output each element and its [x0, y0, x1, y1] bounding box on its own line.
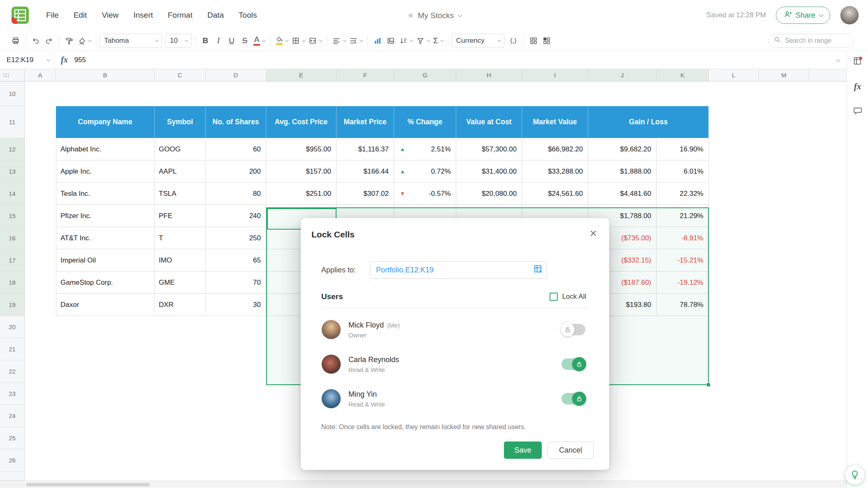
horizontal-align-button[interactable] [330, 33, 347, 48]
freeze-button[interactable] [540, 33, 553, 48]
table-header-cell[interactable]: % Change [394, 106, 456, 138]
empty-cell[interactable] [25, 183, 56, 205]
lock-toggle[interactable] [562, 358, 585, 370]
cell-symbol[interactable]: AAPL [155, 160, 206, 183]
cell-shares[interactable]: 60 [206, 138, 266, 160]
borders-button[interactable] [290, 33, 306, 48]
paint-format-button[interactable] [63, 33, 76, 48]
table-header-cell[interactable]: Symbol [155, 106, 206, 138]
formula-builder-icon[interactable]: fx [854, 81, 861, 92]
row-header-20[interactable]: 20 [0, 316, 25, 338]
cell-symbol[interactable]: PFE [155, 205, 206, 227]
zia-assistant-button[interactable] [845, 465, 865, 485]
column-header-B[interactable]: B [56, 69, 155, 81]
column-header-H[interactable]: H [456, 69, 522, 81]
pivot-button[interactable] [527, 33, 540, 48]
cell-shares[interactable]: 200 [206, 160, 266, 183]
cancel-button[interactable]: Cancel [548, 442, 594, 459]
cell-symbol[interactable]: GME [155, 272, 206, 294]
insert-chart-button[interactable] [371, 33, 384, 48]
empty-cell[interactable] [25, 227, 56, 249]
row-header-12[interactable]: 12 [0, 138, 25, 160]
cell-shares[interactable]: 80 [206, 183, 266, 205]
menu-tools[interactable]: Tools [239, 11, 257, 20]
menu-view[interactable]: View [102, 11, 118, 20]
redo-button[interactable] [42, 33, 56, 48]
cell-gain_loss_pct[interactable]: -15.21% [657, 249, 709, 272]
column-header-L[interactable]: L [709, 69, 759, 81]
favorite-star-icon[interactable]: ★ [407, 11, 414, 20]
row-header-22[interactable]: 22 [0, 360, 25, 383]
table-header-cell[interactable]: Market Value [522, 106, 588, 138]
name-box[interactable]: E12:K19 [0, 51, 54, 69]
menu-file[interactable]: File [46, 11, 59, 20]
italic-button[interactable]: I [212, 33, 225, 48]
cell-avg_cost_price[interactable]: $157.00 [266, 160, 337, 183]
column-header-I[interactable]: I [522, 69, 588, 81]
cell-symbol[interactable]: TSLA [155, 183, 206, 205]
cell-symbol[interactable]: T [155, 227, 206, 249]
horizontal-scrollbar[interactable] [0, 481, 847, 488]
document-title[interactable]: ★ My Stocks [407, 11, 461, 20]
cell-gain_loss_pct[interactable]: 16.90% [657, 138, 709, 160]
cell-company[interactable]: Daxor [56, 294, 155, 316]
underline-button[interactable]: U [225, 33, 238, 48]
cell-company[interactable]: Apple Inc. [56, 160, 155, 183]
formula-value[interactable]: 955 [74, 56, 86, 64]
empty-cell[interactable] [25, 138, 56, 160]
cell-company[interactable]: Pfizer Inc. [56, 205, 155, 227]
row-header-24[interactable]: 24 [0, 405, 25, 427]
cell-value_at_cost[interactable]: $20,080.00 [456, 183, 522, 205]
comment-icon[interactable] [853, 106, 863, 117]
strikethrough-button[interactable]: S [238, 33, 251, 48]
sum-button[interactable]: Σ [431, 33, 445, 48]
cell-company[interactable]: Alphabet Inc. [56, 138, 155, 160]
sort-button[interactable] [397, 33, 414, 48]
cell-gain_loss_pct[interactable]: -19.12% [657, 272, 709, 294]
column-header-M[interactable]: M [759, 69, 809, 81]
cell-shares[interactable]: 65 [206, 249, 266, 272]
scrollbar-thumb[interactable] [26, 483, 150, 486]
empty-cell[interactable] [25, 294, 56, 316]
sheet-view-icon[interactable] [853, 56, 863, 67]
row-header-23[interactable]: 23 [0, 383, 25, 405]
row-header-16[interactable]: 16 [0, 227, 25, 249]
cell-company[interactable]: Tesla Inc. [56, 183, 155, 205]
number-format-select[interactable]: Currency [452, 34, 504, 48]
collapse-formula-bar-icon[interactable] [836, 57, 840, 61]
empty-cell[interactable] [25, 106, 56, 138]
applies-to-input[interactable] [370, 261, 547, 279]
insert-image-button[interactable] [384, 33, 397, 48]
cell-value_at_cost[interactable]: $31,400.00 [456, 160, 522, 183]
empty-cell[interactable] [25, 249, 56, 272]
lock-toggle[interactable] [562, 324, 585, 335]
font-size-select[interactable]: 10 [165, 34, 192, 48]
table-header-cell[interactable]: No. of Shares [206, 106, 266, 138]
column-header-G[interactable]: G [394, 69, 456, 81]
undo-button[interactable] [29, 33, 42, 48]
cell-market_value[interactable]: $24,561.60 [522, 183, 588, 205]
cell-avg_cost_price[interactable]: $251.00 [266, 183, 337, 205]
lock-toggle[interactable] [562, 393, 585, 404]
comma-format-button[interactable]: (,) [507, 33, 520, 48]
menu-edit[interactable]: Edit [74, 11, 87, 20]
column-header-K[interactable]: K [657, 69, 709, 81]
empty-cell[interactable] [25, 272, 56, 294]
menu-insert[interactable]: Insert [133, 11, 153, 20]
row-header-21[interactable]: 21 [0, 338, 25, 360]
table-header-cell[interactable]: Value at Cost [456, 106, 522, 138]
cell-market_price[interactable]: $166.44 [337, 160, 394, 183]
cell-symbol[interactable]: DXR [155, 294, 206, 316]
menu-format[interactable]: Format [168, 11, 193, 20]
text-color-button[interactable]: A [251, 33, 267, 48]
fill-color-button[interactable] [274, 33, 290, 48]
wrap-text-button[interactable] [347, 33, 364, 48]
cell-gain_loss_pct[interactable]: 6.01% [657, 160, 709, 183]
cell-market_value[interactable]: $66,982.20 [522, 138, 588, 160]
column-header-C[interactable]: C [155, 69, 206, 81]
column-header-E[interactable]: E [266, 69, 337, 81]
cell-shares[interactable]: 70 [206, 272, 266, 294]
column-header-F[interactable]: F [337, 69, 394, 81]
row-header-25[interactable]: 25 [0, 427, 25, 449]
cell-avg_cost_price[interactable]: $955.00 [266, 138, 337, 160]
